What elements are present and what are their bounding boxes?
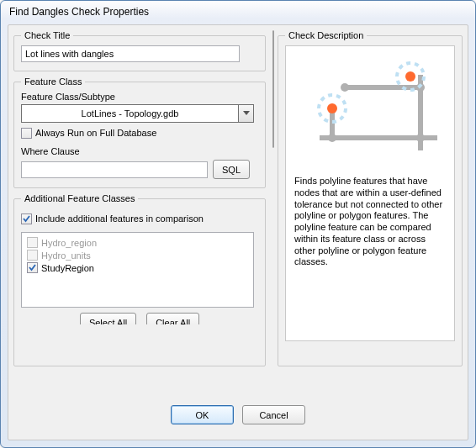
list-item[interactable]: Hydro_units: [27, 249, 248, 261]
sql-button[interactable]: SQL: [213, 160, 250, 179]
list-item-label: StudyRegion: [41, 263, 94, 273]
list-item-checkbox[interactable]: [27, 250, 38, 261]
left-scrollbar[interactable]: [271, 30, 272, 366]
additional-listbox[interactable]: Hydro_region Hydro_units StudyRegion: [21, 232, 254, 308]
ok-button[interactable]: OK: [171, 405, 234, 424]
additional-fc-group: Additional Feature Classes Include addit…: [13, 193, 266, 366]
include-additional-checkbox[interactable]: [21, 213, 32, 224]
feature-class-combo[interactable]: LotLines - Topology.gdb: [21, 104, 254, 123]
list-item[interactable]: StudyRegion: [27, 261, 248, 274]
svg-point-7: [328, 134, 336, 142]
include-additional-label: Include additional features in compariso…: [35, 213, 204, 224]
check-title-input[interactable]: [21, 45, 240, 62]
svg-point-10: [327, 103, 337, 113]
dangles-illustration: [294, 58, 446, 167]
scrollbar-thumb[interactable]: [272, 30, 274, 148]
check-title-group: Check Title: [13, 30, 266, 71]
where-clause-input[interactable]: [21, 161, 208, 178]
left-panel: Check Title Feature Class Feature Class/…: [13, 30, 266, 366]
dialog-client: Check Title Feature Class Feature Class/…: [8, 24, 468, 440]
always-run-checkbox[interactable]: [21, 128, 32, 139]
list-item-checkbox[interactable]: [27, 262, 38, 273]
description-box: Finds polyline features that have nodes …: [285, 45, 455, 341]
list-item-label: Hydro_region: [41, 238, 97, 248]
where-label: Where Clause: [21, 146, 258, 156]
description-text: Finds polyline features that have nodes …: [294, 176, 446, 268]
chevron-down-icon[interactable]: [238, 105, 253, 122]
feature-class-group: Feature Class Feature Class/Subtype LotL…: [13, 76, 266, 188]
svg-point-6: [416, 134, 425, 142]
list-item-checkbox[interactable]: [27, 237, 38, 248]
list-item[interactable]: Hydro_region: [27, 236, 248, 249]
description-legend: Check Description: [285, 30, 367, 40]
list-item-label: Hydro_units: [41, 250, 91, 261]
window-title: Find Dangles Check Properties: [1, 1, 475, 24]
feature-class-legend: Feature Class: [21, 76, 85, 87]
feature-class-selected: LotLines - Topology.gdb: [22, 105, 238, 122]
feature-class-label: Feature Class/Subtype: [21, 92, 258, 102]
clear-all-button[interactable]: Clear All: [146, 313, 199, 324]
dialog-buttons: OK Cancel: [8, 405, 468, 424]
cancel-button[interactable]: Cancel: [242, 405, 305, 424]
additional-fc-legend: Additional Feature Classes: [21, 193, 138, 203]
always-run-row[interactable]: Always Run on Full Database: [21, 126, 258, 140]
include-additional-row[interactable]: Include additional features in compariso…: [21, 212, 258, 225]
select-all-button[interactable]: Select All: [80, 313, 136, 324]
always-run-label: Always Run on Full Database: [35, 128, 156, 138]
svg-point-8: [405, 71, 415, 82]
check-title-legend: Check Title: [21, 30, 73, 40]
svg-point-4: [341, 83, 349, 92]
dialog-window: Find Dangles Check Properties Check Titl…: [0, 0, 476, 448]
right-panel: Check Description: [278, 30, 463, 366]
description-group: Check Description: [278, 30, 463, 366]
